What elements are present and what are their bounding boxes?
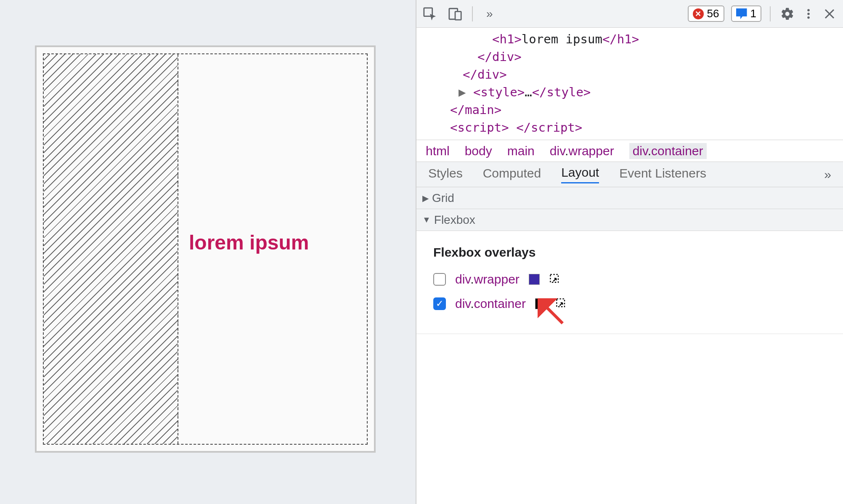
tab-styles[interactable]: Styles (428, 166, 463, 183)
flexbox-panel-body: Flexbox overlays div.wrapper ✓ div.conta… (416, 231, 843, 334)
dom-line[interactable]: ▶ <style>…</style> (416, 83, 843, 101)
breadcrumb-item-wrapper[interactable]: div.wrapper (550, 144, 614, 158)
preview-heading: lorem ipsum (189, 231, 309, 254)
more-sidebar-tabs-icon[interactable]: » (824, 167, 831, 182)
overlay-row-wrapper: div.wrapper (433, 272, 826, 286)
toolbar-divider (770, 6, 771, 21)
settings-gear-icon[interactable] (779, 5, 796, 22)
svg-point-4 (807, 13, 810, 15)
overlay-color-swatch-wrapper[interactable] (529, 274, 540, 285)
dom-line[interactable]: <script> </script> (416, 119, 843, 136)
messages-count: 1 (750, 7, 756, 20)
dom-line[interactable]: </div> (416, 66, 843, 83)
breadcrumb-item-html[interactable]: html (426, 144, 450, 158)
svg-line-8 (543, 304, 563, 324)
svg-point-5 (807, 16, 810, 19)
device-toolbar-icon[interactable] (447, 5, 464, 22)
tab-event-listeners[interactable]: Event Listeners (619, 166, 706, 183)
sidebar-tabs: Styles Computed Layout Event Listeners » (416, 162, 843, 187)
tab-computed[interactable]: Computed (483, 166, 541, 183)
error-icon: ✕ (693, 8, 704, 19)
preview-canvas: lorem ipsum (35, 45, 376, 453)
errors-badge[interactable]: ✕ 56 (688, 5, 724, 22)
section-flexbox-header[interactable]: ▼ Flexbox (416, 209, 843, 231)
section-flexbox-title: Flexbox (434, 213, 475, 227)
rendered-page-preview: lorem ipsum (0, 0, 416, 504)
toolbar-divider (472, 6, 473, 21)
flex-overlay-hatched-item (44, 54, 178, 444)
overlay-label-wrapper[interactable]: div.wrapper (455, 272, 520, 286)
more-menu-icon[interactable] (800, 5, 817, 22)
reveal-in-elements-icon[interactable] (549, 273, 562, 286)
section-grid-header[interactable]: ▶ Grid (416, 187, 843, 209)
devtools-panel: » ✕ 56 1 <h1>lorem ipsum</h1> < (416, 0, 843, 504)
overlay-label-container[interactable]: div.container (455, 297, 526, 311)
overlay-checkbox-wrapper[interactable] (433, 273, 446, 286)
svg-point-3 (807, 9, 810, 11)
flexbox-overlays-heading: Flexbox overlays (433, 245, 826, 260)
dom-line[interactable]: </main> (416, 101, 843, 119)
annotation-arrow-icon (538, 298, 567, 328)
breadcrumb-item-body[interactable]: body (465, 144, 492, 158)
breadcrumb-item-main[interactable]: main (507, 144, 535, 158)
collapsed-triangle-icon: ▶ (422, 193, 429, 203)
more-tabs-icon[interactable]: » (481, 7, 498, 21)
overlay-row-container: ✓ div.container (433, 297, 826, 311)
close-devtools-icon[interactable] (821, 5, 838, 22)
breadcrumb-item-container[interactable]: div.container (629, 143, 707, 159)
elements-dom-tree[interactable]: <h1>lorem ipsum</h1> </div> </div> ▶ <st… (416, 28, 843, 140)
expanded-triangle-icon: ▼ (422, 215, 431, 225)
devtools-toolbar: » ✕ 56 1 (416, 0, 843, 28)
section-grid-title: Grid (432, 191, 454, 205)
overlay-checkbox-container[interactable]: ✓ (433, 297, 446, 310)
dom-line[interactable]: </div> (416, 48, 843, 66)
errors-count: 56 (707, 7, 719, 20)
message-icon (736, 8, 747, 19)
svg-rect-2 (455, 11, 461, 20)
tab-layout[interactable]: Layout (561, 165, 599, 183)
dom-breadcrumb: html body main div.wrapper div.container (416, 140, 843, 162)
inspect-element-icon[interactable] (422, 5, 438, 22)
dom-line[interactable]: <h1>lorem ipsum</h1> (416, 30, 843, 48)
flex-overlay-container: lorem ipsum (43, 53, 368, 445)
messages-badge[interactable]: 1 (731, 5, 761, 22)
